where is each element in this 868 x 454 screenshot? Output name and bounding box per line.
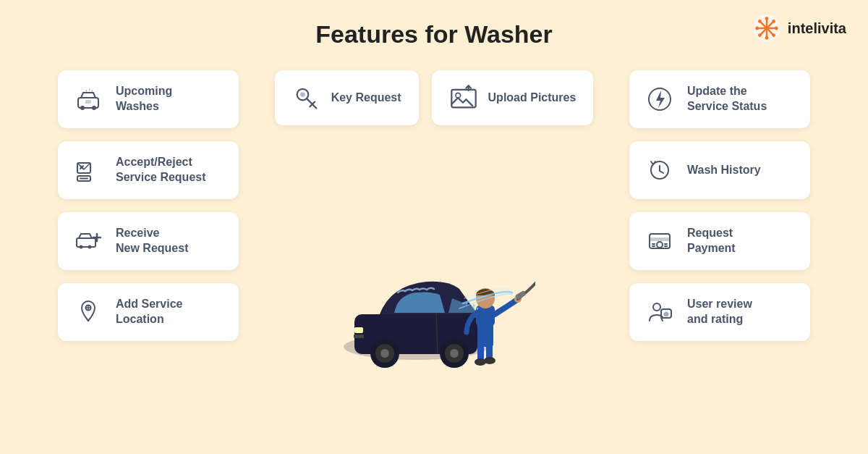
svg-point-10 [772, 33, 775, 37]
upload-image-icon [449, 83, 478, 112]
svg-line-34 [310, 104, 312, 106]
intelivita-logo-icon [752, 13, 782, 43]
add-service-location-card[interactable]: Add Service Location [58, 283, 239, 341]
svg-line-32 [307, 98, 316, 108]
svg-point-43 [380, 349, 389, 358]
center-column: Key Request Upload Pictu [239, 63, 629, 445]
svg-point-15 [92, 106, 96, 110]
update-service-status-card[interactable]: Update the Service Status [629, 70, 810, 128]
user-review-rating-card[interactable]: User review and rating [629, 283, 810, 341]
svg-point-53 [484, 357, 495, 364]
left-column: Upcoming Washes [58, 63, 239, 445]
svg-point-9 [758, 20, 762, 23]
key-icon [292, 83, 321, 112]
logo-text: intelivita [788, 20, 846, 37]
svg-point-14 [80, 106, 85, 110]
right-column: Update the Service Status Wash History [629, 63, 810, 445]
upcoming-washes-label: Upcoming Washes [116, 84, 172, 114]
request-payment-label: Request Payment [687, 226, 736, 256]
main-grid: Upcoming Washes [0, 56, 868, 445]
svg-rect-54 [476, 306, 495, 326]
accept-reject-card[interactable]: Accept/Reject Service Request [58, 141, 239, 199]
svg-rect-16 [85, 100, 91, 104]
checkbox-x-icon [72, 154, 104, 186]
upload-pictures-label: Upload Pictures [488, 91, 576, 106]
payment-icon [644, 225, 676, 257]
page: intelivita Features for Washer [0, 0, 868, 454]
svg-point-66 [657, 242, 663, 248]
location-add-icon [72, 296, 104, 328]
svg-point-7 [755, 27, 759, 30]
history-icon [644, 154, 676, 186]
svg-point-24 [88, 245, 92, 249]
svg-line-63 [660, 171, 663, 173]
svg-rect-48 [354, 335, 364, 338]
key-request-label: Key Request [331, 91, 401, 106]
request-payment-card[interactable]: Request Payment [629, 212, 810, 270]
svg-point-46 [450, 349, 459, 358]
svg-rect-50 [477, 340, 484, 361]
car-washer-illustration [333, 147, 535, 445]
logo: intelivita [752, 13, 846, 43]
center-top-row: Key Request Upload Pictu [239, 70, 629, 125]
svg-rect-65 [650, 237, 670, 241]
accept-reject-label: Accept/Reject Service Request [116, 155, 206, 185]
svg-point-23 [80, 245, 83, 249]
svg-point-8 [775, 27, 778, 30]
svg-rect-22 [77, 238, 95, 247]
update-service-status-label: Update the Service Status [687, 84, 767, 114]
receive-new-request-label: Receive New Request [116, 226, 188, 256]
svg-point-12 [758, 33, 762, 37]
svg-rect-51 [486, 340, 493, 360]
receive-new-request-card[interactable]: Receive New Request [58, 212, 239, 270]
car-washer-svg [333, 220, 535, 372]
lightning-icon [644, 83, 676, 115]
key-request-card[interactable]: Key Request [275, 70, 419, 125]
svg-point-59 [466, 302, 468, 304]
review-icon [644, 296, 676, 328]
svg-rect-47 [354, 327, 363, 333]
svg-point-5 [765, 17, 768, 20]
page-header: Features for Washer [0, 0, 868, 56]
upload-pictures-card[interactable]: Upload Pictures [432, 70, 594, 125]
wash-history-card[interactable]: Wash History [629, 141, 810, 199]
car-wash-icon [72, 83, 104, 115]
svg-point-60 [477, 307, 479, 309]
svg-point-58 [472, 304, 475, 307]
svg-point-11 [772, 20, 775, 23]
svg-point-6 [765, 36, 768, 40]
svg-point-31 [300, 92, 305, 97]
svg-point-71 [653, 303, 660, 311]
page-title: Features for Washer [0, 20, 868, 49]
user-review-rating-label: User review and rating [687, 297, 752, 327]
car-add-icon [72, 225, 104, 257]
upcoming-washes-card[interactable]: Upcoming Washes [58, 70, 239, 128]
add-service-location-label: Add Service Location [116, 297, 182, 327]
wash-history-label: Wash History [687, 163, 761, 178]
